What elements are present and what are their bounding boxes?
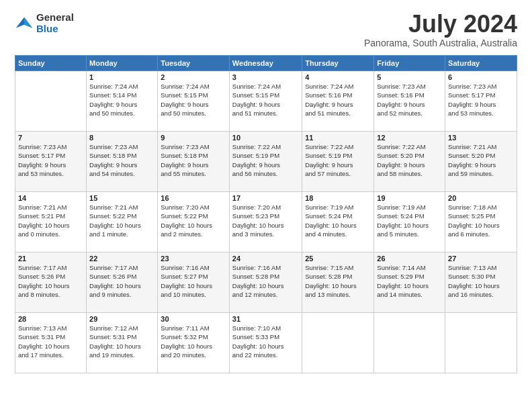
day-number: 8 <box>89 134 154 142</box>
day-info: Sunrise: 7:23 AM Sunset: 5:17 PM Dayligh… <box>18 142 83 178</box>
day-info: Sunrise: 7:12 AM Sunset: 5:31 PM Dayligh… <box>89 324 154 359</box>
calendar-cell: 30Sunrise: 7:11 AM Sunset: 5:32 PM Dayli… <box>158 313 230 373</box>
day-number: 14 <box>18 194 83 202</box>
day-number: 2 <box>161 73 226 81</box>
day-info: Sunrise: 7:13 AM Sunset: 5:31 PM Dayligh… <box>18 324 83 359</box>
calendar-cell: 13Sunrise: 7:21 AM Sunset: 5:20 PM Dayli… <box>445 132 517 192</box>
day-info: Sunrise: 7:19 AM Sunset: 5:24 PM Dayligh… <box>377 203 442 238</box>
calendar-week-row: 1Sunrise: 7:24 AM Sunset: 5:14 PM Daylig… <box>15 71 517 132</box>
day-info: Sunrise: 7:23 AM Sunset: 5:17 PM Dayligh… <box>448 82 514 118</box>
day-info: Sunrise: 7:16 AM Sunset: 5:28 PM Dayligh… <box>232 263 299 299</box>
day-number: 12 <box>377 134 442 142</box>
calendar-cell: 14Sunrise: 7:21 AM Sunset: 5:21 PM Dayli… <box>15 192 87 253</box>
calendar-header-day: Monday <box>87 56 158 71</box>
day-number: 10 <box>232 134 299 142</box>
location-title: Panorama, South Australia, Australia <box>364 38 517 48</box>
day-info: Sunrise: 7:24 AM Sunset: 5:14 PM Dayligh… <box>89 82 154 118</box>
calendar-cell <box>302 313 374 373</box>
day-info: Sunrise: 7:10 AM Sunset: 5:33 PM Dayligh… <box>232 324 299 359</box>
calendar-cell: 21Sunrise: 7:17 AM Sunset: 5:26 PM Dayli… <box>15 253 87 313</box>
calendar-cell: 16Sunrise: 7:20 AM Sunset: 5:22 PM Dayli… <box>158 192 230 253</box>
day-number: 11 <box>305 134 371 142</box>
calendar-cell: 6Sunrise: 7:23 AM Sunset: 5:17 PM Daylig… <box>445 71 517 132</box>
calendar-cell: 9Sunrise: 7:23 AM Sunset: 5:18 PM Daylig… <box>158 132 230 192</box>
calendar-cell: 5Sunrise: 7:23 AM Sunset: 5:16 PM Daylig… <box>374 71 445 132</box>
day-number: 13 <box>448 134 514 142</box>
day-number: 18 <box>305 194 371 202</box>
calendar-header-day: Friday <box>374 56 445 71</box>
calendar-cell: 22Sunrise: 7:17 AM Sunset: 5:26 PM Dayli… <box>87 253 158 313</box>
day-number: 15 <box>89 194 154 202</box>
calendar-cell: 29Sunrise: 7:12 AM Sunset: 5:31 PM Dayli… <box>87 313 158 373</box>
logo: General Blue <box>15 12 74 34</box>
day-number: 19 <box>377 194 442 202</box>
day-info: Sunrise: 7:14 AM Sunset: 5:29 PM Dayligh… <box>377 263 442 299</box>
calendar-cell: 24Sunrise: 7:16 AM Sunset: 5:28 PM Dayli… <box>229 253 302 313</box>
calendar-cell: 10Sunrise: 7:22 AM Sunset: 5:19 PM Dayli… <box>229 132 302 192</box>
day-number: 30 <box>161 315 226 323</box>
day-info: Sunrise: 7:18 AM Sunset: 5:25 PM Dayligh… <box>448 203 514 238</box>
day-number: 31 <box>232 315 299 323</box>
day-number: 29 <box>89 315 154 323</box>
calendar-cell: 1Sunrise: 7:24 AM Sunset: 5:14 PM Daylig… <box>87 71 158 132</box>
calendar-cell <box>445 313 517 373</box>
day-number: 17 <box>232 194 299 202</box>
calendar-cell: 4Sunrise: 7:24 AM Sunset: 5:16 PM Daylig… <box>302 71 374 132</box>
calendar-cell: 27Sunrise: 7:13 AM Sunset: 5:30 PM Dayli… <box>445 253 517 313</box>
calendar-cell <box>15 71 87 132</box>
day-number: 27 <box>448 255 514 263</box>
day-number: 16 <box>161 194 226 202</box>
day-info: Sunrise: 7:20 AM Sunset: 5:22 PM Dayligh… <box>161 203 226 238</box>
day-info: Sunrise: 7:23 AM Sunset: 5:16 PM Dayligh… <box>377 82 442 118</box>
day-number: 21 <box>18 255 83 263</box>
calendar-cell: 12Sunrise: 7:22 AM Sunset: 5:20 PM Dayli… <box>374 132 445 192</box>
day-info: Sunrise: 7:23 AM Sunset: 5:18 PM Dayligh… <box>89 142 154 178</box>
calendar-cell: 26Sunrise: 7:14 AM Sunset: 5:29 PM Dayli… <box>374 253 445 313</box>
calendar-week-row: 7Sunrise: 7:23 AM Sunset: 5:17 PM Daylig… <box>15 132 517 192</box>
day-info: Sunrise: 7:22 AM Sunset: 5:19 PM Dayligh… <box>305 142 371 178</box>
day-info: Sunrise: 7:21 AM Sunset: 5:20 PM Dayligh… <box>448 142 514 178</box>
day-info: Sunrise: 7:24 AM Sunset: 5:15 PM Dayligh… <box>232 82 299 118</box>
calendar-cell: 7Sunrise: 7:23 AM Sunset: 5:17 PM Daylig… <box>15 132 87 192</box>
day-number: 22 <box>89 255 154 263</box>
day-info: Sunrise: 7:13 AM Sunset: 5:30 PM Dayligh… <box>448 263 514 299</box>
day-number: 26 <box>377 255 442 263</box>
logo-text-line1: General <box>36 12 74 24</box>
calendar-header-day: Tuesday <box>158 56 230 71</box>
calendar-week-row: 14Sunrise: 7:21 AM Sunset: 5:21 PM Dayli… <box>15 192 517 253</box>
day-number: 3 <box>232 73 299 81</box>
day-info: Sunrise: 7:17 AM Sunset: 5:26 PM Dayligh… <box>18 263 83 299</box>
calendar-week-row: 28Sunrise: 7:13 AM Sunset: 5:31 PM Dayli… <box>15 313 517 373</box>
day-info: Sunrise: 7:21 AM Sunset: 5:22 PM Dayligh… <box>89 203 154 238</box>
svg-marker-1 <box>24 17 32 28</box>
day-info: Sunrise: 7:15 AM Sunset: 5:28 PM Dayligh… <box>305 263 371 299</box>
day-info: Sunrise: 7:23 AM Sunset: 5:18 PM Dayligh… <box>161 142 226 178</box>
day-info: Sunrise: 7:17 AM Sunset: 5:26 PM Dayligh… <box>89 263 154 299</box>
calendar-cell: 25Sunrise: 7:15 AM Sunset: 5:28 PM Dayli… <box>302 253 374 313</box>
day-info: Sunrise: 7:11 AM Sunset: 5:32 PM Dayligh… <box>161 324 226 359</box>
calendar-header-day: Wednesday <box>229 56 302 71</box>
calendar-table: SundayMondayTuesdayWednesdayThursdayFrid… <box>15 55 517 373</box>
page: General Blue July 2024 Panorama, South A… <box>0 0 532 411</box>
calendar-cell: 15Sunrise: 7:21 AM Sunset: 5:22 PM Dayli… <box>87 192 158 253</box>
calendar-week-row: 21Sunrise: 7:17 AM Sunset: 5:26 PM Dayli… <box>15 253 517 313</box>
calendar-cell: 31Sunrise: 7:10 AM Sunset: 5:33 PM Dayli… <box>229 313 302 373</box>
day-info: Sunrise: 7:24 AM Sunset: 5:16 PM Dayligh… <box>305 82 371 118</box>
day-number: 5 <box>377 73 442 81</box>
calendar-cell: 3Sunrise: 7:24 AM Sunset: 5:15 PM Daylig… <box>229 71 302 132</box>
calendar-cell: 19Sunrise: 7:19 AM Sunset: 5:24 PM Dayli… <box>374 192 445 253</box>
calendar-cell: 18Sunrise: 7:19 AM Sunset: 5:24 PM Dayli… <box>302 192 374 253</box>
day-number: 28 <box>18 315 83 323</box>
calendar-cell: 28Sunrise: 7:13 AM Sunset: 5:31 PM Dayli… <box>15 313 87 373</box>
day-info: Sunrise: 7:24 AM Sunset: 5:15 PM Dayligh… <box>161 82 226 118</box>
day-number: 1 <box>89 73 154 81</box>
calendar-cell: 8Sunrise: 7:23 AM Sunset: 5:18 PM Daylig… <box>87 132 158 192</box>
day-info: Sunrise: 7:19 AM Sunset: 5:24 PM Dayligh… <box>305 203 371 238</box>
day-number: 24 <box>232 255 299 263</box>
header: General Blue July 2024 Panorama, South A… <box>15 12 517 48</box>
calendar-header-day: Saturday <box>445 56 517 71</box>
calendar-cell: 23Sunrise: 7:16 AM Sunset: 5:27 PM Dayli… <box>158 253 230 313</box>
logo-text-line2: Blue <box>36 24 74 35</box>
calendar-cell <box>374 313 445 373</box>
calendar-cell: 2Sunrise: 7:24 AM Sunset: 5:15 PM Daylig… <box>158 71 230 132</box>
